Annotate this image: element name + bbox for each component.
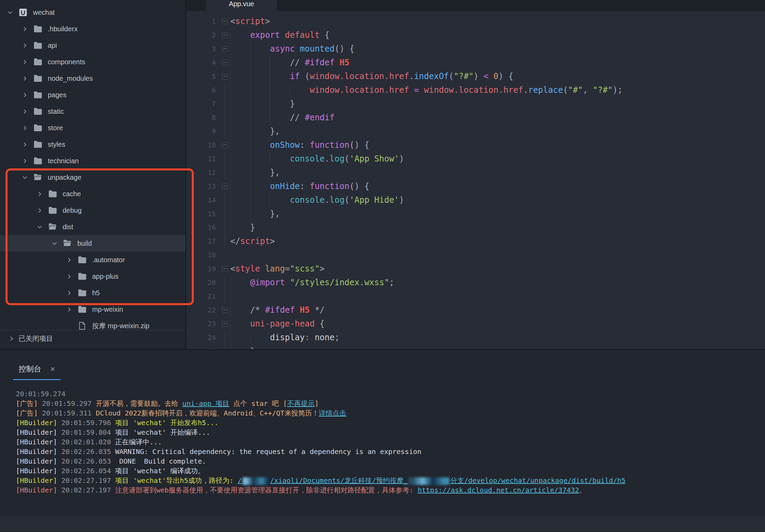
indent-guide (230, 194, 231, 206)
code-line[interactable]: 19<style lang="scss"> (186, 262, 765, 276)
code-line[interactable]: 7 } (186, 97, 765, 111)
chevron-right-icon[interactable] (20, 156, 29, 165)
tab-app-vue[interactable]: App.vue (206, 0, 277, 11)
tree-item-app-plus[interactable]: app-plus (0, 268, 186, 285)
chevron-right-icon[interactable] (20, 57, 29, 66)
tab-console[interactable]: 控制台 × (13, 364, 60, 380)
chevron-right-icon[interactable] (65, 255, 74, 264)
close-icon[interactable]: × (50, 365, 55, 373)
file-tree[interactable]: wechat.hbuilderxapicomponentsnode_module… (0, 0, 186, 330)
log-link[interactable]: /xiaoli/Documents/龙丘科技/预约按摩_ (270, 476, 408, 485)
chevron-right-icon[interactable] (65, 272, 74, 281)
tree-item-.hbuilderx[interactable]: .hbuilderx (0, 21, 186, 37)
line-number: 9 (186, 124, 216, 138)
tree-item-label: wechat (33, 9, 55, 16)
log-text: [HBuilder] (16, 428, 61, 436)
fold-toggle-icon[interactable] (219, 138, 230, 152)
fold-toggle-icon[interactable] (219, 56, 230, 69)
chevron-right-icon[interactable] (65, 288, 74, 297)
tree-item-pages[interactable]: pages (0, 87, 186, 103)
code-line[interactable]: 6 window.location.href = window.location… (186, 83, 765, 97)
code-line[interactable]: 4 // #ifdef H5 (186, 56, 765, 69)
tree-item-mp-weixin[interactable]: mp-weixin (0, 301, 186, 318)
tree-item-static[interactable]: static (0, 103, 186, 120)
code-line[interactable]: 24 display: none; (186, 331, 765, 344)
tree-item-api[interactable]: api (0, 37, 186, 54)
chevron-down-icon[interactable] (20, 173, 29, 182)
tree-item-label: styles (48, 141, 65, 148)
code-line[interactable]: 21 (186, 289, 765, 303)
tree-item--mp-weixin.zip[interactable]: 按摩 mp-weixin.zip (0, 318, 186, 330)
tree-item-dist[interactable]: dist (0, 219, 186, 235)
chevron-right-icon[interactable] (20, 74, 29, 83)
log-link[interactable]: 分支/develop/wechat/unpackage/dist/build/h… (450, 476, 625, 485)
code-line[interactable]: 25 } (186, 344, 765, 349)
tree-item-h5[interactable]: h5 (0, 285, 186, 301)
chevron-right-icon[interactable] (65, 305, 74, 314)
fold-toggle-icon[interactable] (219, 28, 230, 42)
tree-item-store[interactable]: store (0, 120, 186, 136)
tree-item-node_modules[interactable]: node_modules (0, 70, 186, 87)
chevron-right-icon[interactable] (20, 24, 29, 33)
code-line[interactable]: 17</script> (186, 234, 765, 248)
line-number: 14 (186, 193, 216, 207)
log-link[interactable]: 详情点击 (319, 409, 346, 417)
fold-toggle-icon[interactable] (219, 42, 230, 56)
line-number: 13 (186, 179, 216, 193)
tree-item-technician[interactable]: technician (0, 153, 186, 169)
code-line[interactable]: 9 }, (186, 124, 765, 138)
code-line[interactable]: 11 console.log('App Show') (186, 152, 765, 166)
fold-toggle-icon[interactable] (219, 69, 230, 83)
chevron-down-icon[interactable] (35, 222, 44, 231)
code-line[interactable]: 20 @import "/styles/index.wxss"; (186, 276, 765, 289)
code-line[interactable]: 23 uni-page-head { (186, 317, 765, 331)
tree-item-.automator[interactable]: .automator (0, 252, 186, 268)
tree-item-styles[interactable]: styles (0, 136, 186, 153)
code-line[interactable]: 22 /* #ifdef H5 */ (186, 303, 765, 317)
log-link[interactable]: / (238, 476, 242, 485)
code-line[interactable]: 12 }, (186, 166, 765, 179)
chevron-right-icon[interactable] (35, 189, 44, 198)
log-text: WARNING: Critical dependency: the reques… (115, 447, 421, 456)
chevron-right-icon[interactable] (35, 206, 44, 215)
fold-toggle-icon[interactable] (219, 14, 230, 28)
indent-guide (230, 153, 231, 165)
code-line[interactable]: 14 console.log('App Hide') (186, 193, 765, 207)
closed-projects-section[interactable]: 已关闭项目 (0, 330, 186, 347)
tree-item-cache[interactable]: cache (0, 186, 186, 202)
code-line[interactable]: 8 // #endif (186, 111, 765, 124)
chevron-right-icon[interactable] (20, 90, 29, 99)
chevron-down-icon[interactable] (5, 8, 14, 17)
code-line[interactable]: 3 async mounted() { (186, 42, 765, 56)
chevron-down-icon[interactable] (50, 239, 59, 248)
fold-toggle-icon[interactable] (219, 317, 230, 331)
tree-item-debug[interactable]: debug (0, 202, 186, 219)
tree-item-build[interactable]: build (0, 235, 186, 252)
log-link[interactable]: 不再提示 (287, 399, 314, 408)
tree-item-unpackage[interactable]: unpackage (0, 169, 186, 186)
code-line[interactable]: 10 onShow: function() { (186, 138, 765, 152)
fold-toggle-icon[interactable] (219, 179, 230, 193)
code-line[interactable]: 16 } (186, 221, 765, 234)
tree-item-components[interactable]: components (0, 54, 186, 70)
code-line[interactable]: 5 if (window.location.href.indexOf("?#")… (186, 69, 765, 83)
code-line[interactable]: 18 (186, 248, 765, 262)
chevron-right-icon[interactable] (20, 140, 29, 149)
chevron-right-icon[interactable] (7, 334, 16, 343)
chevron-right-icon[interactable] (20, 123, 29, 132)
code-line[interactable]: 13 onHide: function() { (186, 179, 765, 193)
code-line[interactable]: 15 }, (186, 207, 765, 221)
code-line[interactable]: 2 export default { (186, 28, 765, 42)
log-link[interactable]: https://ask.dcloud.net.cn/article/37432 (418, 486, 579, 494)
code-area[interactable]: 1<script>2 export default {3 async mount… (186, 11, 765, 349)
code-line[interactable]: 1<script> (186, 14, 765, 28)
log-line: [广告] 20:01:59.311 DCloud 2022新春招聘开启，欢迎前端… (16, 408, 765, 418)
code-text: console.log('App Hide') (230, 195, 404, 205)
folder-icon (47, 205, 58, 215)
chevron-right-icon[interactable] (20, 107, 29, 116)
tree-item-wechat[interactable]: wechat (0, 4, 186, 21)
fold-toggle-icon[interactable] (219, 262, 230, 276)
fold-toggle-icon[interactable] (219, 303, 230, 317)
log-link[interactable]: uni-app 项目 (182, 399, 229, 408)
chevron-right-icon[interactable] (20, 41, 29, 50)
